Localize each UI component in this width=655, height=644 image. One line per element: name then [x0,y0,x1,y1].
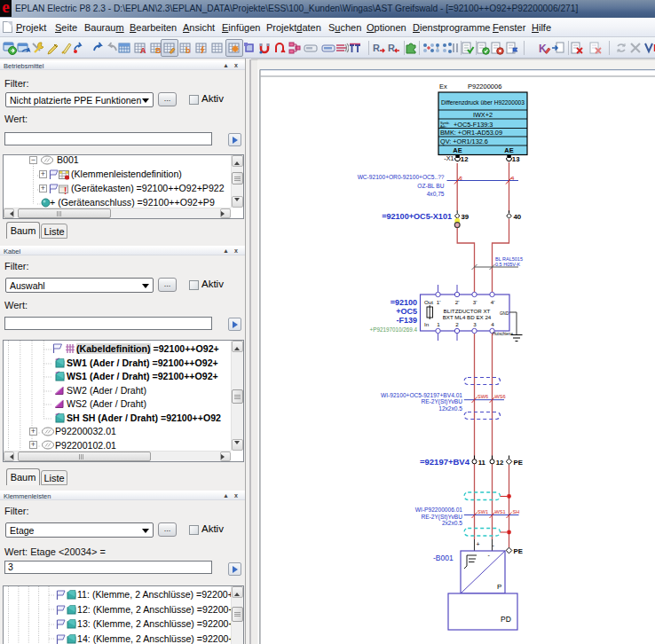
svg-text:+P92197010/269.4: +P92197010/269.4 [370,326,418,333]
svg-text:40: 40 [514,213,522,221]
svg-text:P: P [497,583,501,591]
svg-text:12: 12 [496,459,504,467]
svg-text:=92197+BV4: =92197+BV4 [420,457,470,467]
svg-text:AE: AE [453,146,462,154]
svg-text:Hutschiene: Hutschiene [493,332,513,336]
svg-text:2': 2' [455,299,460,305]
svg-text:IWX+2: IWX+2 [473,111,493,119]
svg-text:SW6: SW6 [477,394,488,399]
svg-text:SH: SH [513,509,520,514]
svg-text:WS1: WS1 [495,509,506,514]
svg-text:-B001: -B001 [433,554,454,562]
svg-text:A: A [140,46,146,55]
svg-text:AE: AE [504,146,513,154]
svg-text:+OC5-F139:3: +OC5-F139:3 [454,121,493,129]
svg-text:=92100: =92100 [391,298,417,307]
svg-text:3': 3' [473,299,477,305]
svg-text:In: In [424,321,430,327]
svg-text:BL RAL5015: BL RAL5015 [495,256,523,262]
svg-text:R: R [388,43,395,53]
svg-text:+OC5: +OC5 [396,307,417,316]
svg-text:39: 39 [462,213,470,221]
svg-text:GND: GND [500,311,509,316]
svg-text:2x2x0.5: 2x2x0.5 [442,520,462,526]
svg-text:1: 1 [437,321,440,327]
svg-text:PD: PD [501,615,511,624]
svg-text:BXT ML4 BD EX 24: BXT ML4 BD EX 24 [443,314,492,320]
svg-text:P92200006: P92200006 [468,82,501,90]
svg-text:PE: PE [514,459,523,467]
svg-text:11: 11 [478,459,486,467]
svg-text:WC-92100+OR0-92100+OC5..??: WC-92100+OR0-92100+OC5..?? [358,174,445,180]
svg-text:Differenzdruck über H92200003: Differenzdruck über H92200003 [441,98,525,106]
svg-text:b: b [185,46,191,55]
svg-text:Ex: Ex [439,82,447,90]
svg-text:!: ! [64,186,67,195]
svg-text:Out: Out [424,299,433,305]
svg-text:PE: PE [514,547,523,555]
svg-text:12: 12 [461,155,469,163]
svg-text:=92100+OC5-X101: =92100+OC5-X101 [382,212,452,221]
svg-text:OZ-BL BU: OZ-BL BU [417,183,444,189]
svg-text:QV: +OR1/132.6: QV: +OR1/132.6 [440,137,488,145]
svg-text:WS6: WS6 [495,394,506,399]
svg-text:R: R [373,43,380,53]
svg-text:3: 3 [473,321,477,327]
svg-text:13: 13 [512,155,520,163]
svg-text:1': 1' [437,299,441,305]
svg-text:BMK: +OR1-AD53.09: BMK: +OR1-AD53.09 [440,129,502,137]
svg-text:2: 2 [455,321,459,327]
svg-text:0,5 H05V-K: 0,5 H05V-K [495,262,520,267]
svg-text:-F139: -F139 [396,316,417,325]
svg-text:SW1: SW1 [477,509,488,514]
svg-text:+: + [477,541,480,547]
svg-text:WI-92100+OC5-92197+BV4.01: WI-92100+OC5-92197+BV4.01 [381,392,462,398]
svg-text:-X1: -X1 [444,154,454,162]
svg-text:K: K [539,43,547,55]
svg-text:12x2x0.5: 12x2x0.5 [438,405,462,412]
svg-text:4x0,75: 4x0,75 [427,191,445,197]
svg-text:4: 4 [491,321,494,327]
svg-text:WI-P92200006.01: WI-P92200006.01 [415,507,462,513]
svg-text:Adr.:: Adr.: [440,125,447,129]
svg-text:4': 4' [491,299,495,305]
svg-text:BLITZDUCTOR XT: BLITZDUCTOR XT [444,308,491,314]
